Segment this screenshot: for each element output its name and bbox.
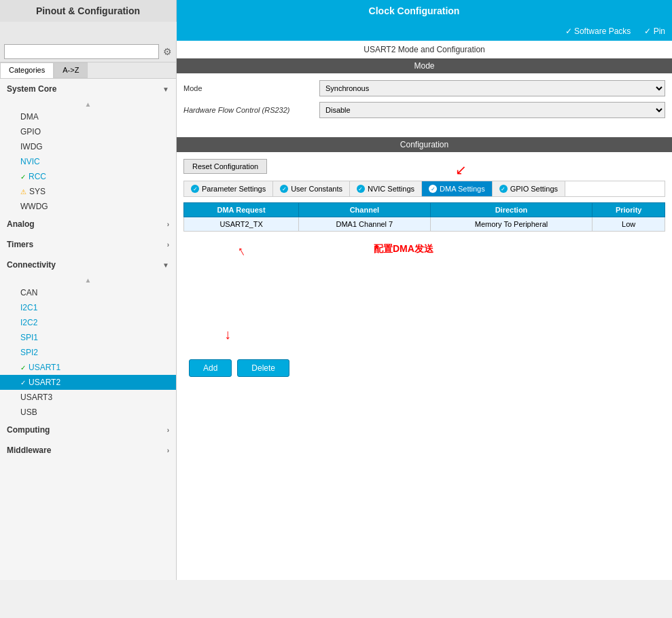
content-area: USART2 Mode and Configuration Mode Mode … — [177, 41, 672, 580]
arrow-add-btn: ↓ — [224, 327, 231, 342]
col-dma-request: DMA Request — [184, 203, 299, 217]
system-core-arrow: ▼ — [162, 86, 169, 93]
config-section-header: Configuration — [177, 137, 672, 152]
tab-categories[interactable]: Categories — [0, 62, 54, 78]
tab-parameter-settings[interactable]: ✓ Parameter Settings — [184, 181, 273, 196]
sidebar-item-spi1[interactable]: SPI1 — [0, 330, 176, 345]
section-system-core[interactable]: System Core ▼ — [0, 79, 176, 99]
search-bar: ⚙ — [0, 41, 176, 62]
mode-row: Mode Synchronous Asynchronous — [183, 80, 665, 96]
usart1-check-icon: ✓ — [20, 364, 26, 371]
section-connectivity[interactable]: Connectivity ▼ — [0, 255, 176, 275]
usart2-check-icon: ✓ — [20, 379, 26, 386]
delete-button[interactable]: Delete — [237, 359, 289, 377]
tabs-row: Categories A->Z — [0, 62, 176, 79]
clock-header[interactable]: Clock Configuration — [177, 0, 652, 22]
sidebar-item-dma[interactable]: DMA — [0, 109, 176, 124]
timers-arrow: › — [167, 241, 169, 249]
software-packs-nav[interactable]: ✓ Software Packs — [565, 26, 631, 36]
section-middleware[interactable]: Middleware › — [0, 440, 176, 460]
chinese-annotation: 配置DMA发送 — [374, 243, 434, 255]
tab-nvic-settings[interactable]: ✓ NVIC Settings — [350, 181, 422, 196]
mode-section-header: Mode — [177, 58, 672, 73]
sidebar: ⚙ Categories A->Z System Core ▼ ▲ DMA GP… — [0, 41, 177, 580]
tab-dma-settings[interactable]: ✓ DMA Settings — [422, 181, 493, 196]
sidebar-item-nvic[interactable]: NVIC — [0, 154, 176, 169]
rcc-check-icon: ✓ — [20, 173, 26, 181]
computing-arrow: › — [167, 426, 169, 434]
gpio-dot: ✓ — [499, 185, 508, 193]
content-title: USART2 Mode and Configuration — [177, 41, 672, 58]
reset-config-button[interactable]: Reset Configuration — [183, 159, 267, 174]
flow-control-row: Hardware Flow Control (RS232) Disable En… — [183, 102, 665, 118]
user-dot: ✓ — [280, 185, 288, 193]
sys-warn-icon: ⚠ — [20, 188, 26, 196]
sidebar-item-rcc[interactable]: ✓RCC — [0, 169, 176, 184]
tab-user-constants[interactable]: ✓ User Constants — [273, 181, 350, 196]
flow-control-label: Hardware Flow Control (RS232) — [183, 106, 319, 114]
config-body: ↗ Reset Configuration ✓ Parameter Settin… — [177, 152, 672, 389]
tab-gpio-settings[interactable]: ✓ GPIO Settings — [493, 181, 565, 196]
middleware-arrow: › — [167, 447, 169, 454]
mode-section: Mode Mode Synchronous Asynchronous Hardw… — [177, 58, 672, 130]
dma-table-container: ↙ DMA Request Channel Direction Priority — [183, 202, 665, 232]
sidebar-item-sys[interactable]: ⚠SYS — [0, 184, 176, 199]
action-buttons: Add Delete — [183, 354, 665, 382]
scroll-up-indicator: ▲ — [0, 99, 176, 109]
gear-icon[interactable]: ⚙ — [163, 46, 172, 57]
col-channel: Channel — [299, 203, 430, 217]
dma-table: DMA Request Channel Direction Priority U… — [183, 202, 665, 232]
sub-right: ✓ Software Packs ✓ Pin — [177, 22, 672, 41]
sidebar-item-usart3[interactable]: USART3 — [0, 390, 176, 405]
sidebar-item-spi2[interactable]: SPI2 — [0, 345, 176, 360]
arrow-dma-row: ↑ — [234, 242, 248, 259]
connectivity-arrow: ▼ — [162, 261, 169, 269]
sidebar-item-iwdg[interactable]: IWDG — [0, 139, 176, 154]
col-priority: Priority — [593, 203, 665, 217]
config-tabs: ✓ Parameter Settings ✓ User Constants ✓ … — [183, 181, 665, 197]
flow-control-select[interactable]: Disable Enable — [319, 102, 665, 118]
clock-title: Clock Configuration — [369, 5, 460, 16]
table-row[interactable]: USART2_TX DMA1 Channel 7 Memory To Perip… — [184, 217, 665, 232]
mode-select[interactable]: Synchronous Asynchronous — [319, 80, 665, 96]
col-direction: Direction — [430, 203, 593, 217]
pinout-header[interactable]: Pinout & Configuration — [0, 0, 177, 22]
sidebar-item-can[interactable]: CAN — [0, 285, 176, 300]
config-section: Configuration ↗ Reset Configuration ✓ Pa… — [177, 137, 672, 389]
action-area: ↓ Add Delete — [183, 354, 665, 382]
mode-body: Mode Synchronous Asynchronous Hardware F… — [177, 73, 672, 130]
mode-label: Mode — [183, 84, 319, 92]
section-analog[interactable]: Analog › — [0, 214, 176, 234]
sidebar-item-i2c2[interactable]: I2C2 — [0, 315, 176, 330]
sidebar-item-wwdg[interactable]: WWDG — [0, 199, 176, 214]
nvic-dot: ✓ — [357, 185, 365, 193]
analog-arrow: › — [167, 221, 169, 228]
cell-channel: DMA1 Channel 7 — [299, 217, 430, 232]
section-computing[interactable]: Computing › — [0, 420, 176, 440]
header-right — [652, 0, 672, 22]
sidebar-item-gpio[interactable]: GPIO — [0, 124, 176, 139]
sub-left — [0, 22, 177, 41]
cell-dma-request: USART2_TX — [184, 217, 299, 232]
search-input[interactable] — [4, 44, 159, 59]
add-button[interactable]: Add — [189, 359, 232, 377]
cell-direction: Memory To Peripheral — [430, 217, 593, 232]
tab-az[interactable]: A->Z — [54, 62, 88, 78]
pin-nav[interactable]: ✓ Pin — [644, 26, 665, 36]
param-dot: ✓ — [191, 185, 199, 193]
arrow-dma-tab: ↙ — [455, 162, 467, 178]
cell-priority: Low — [593, 217, 665, 232]
dma-dot: ✓ — [429, 185, 437, 193]
sidebar-item-usart2[interactable]: ✓USART2 — [0, 375, 176, 390]
sidebar-item-i2c1[interactable]: I2C1 — [0, 300, 176, 315]
section-timers[interactable]: Timers › — [0, 234, 176, 255]
sidebar-item-usart1[interactable]: ✓USART1 — [0, 360, 176, 375]
pinout-title: Pinout & Configuration — [36, 5, 140, 16]
scroll-up-conn-indicator: ▲ — [0, 275, 176, 285]
sidebar-item-usb[interactable]: USB — [0, 405, 176, 420]
